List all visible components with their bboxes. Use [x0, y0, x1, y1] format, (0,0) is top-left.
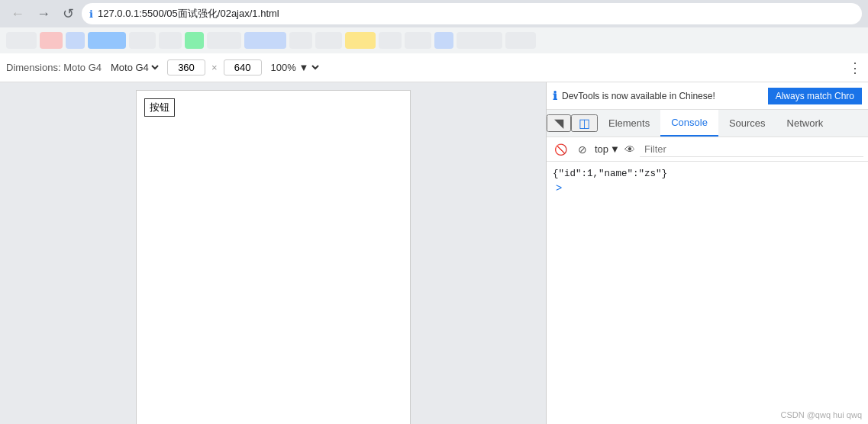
browser-window: ← → ↺ ℹ 127.0.0.1:5500/05面试强化/02ajax/1.h… [0, 0, 868, 424]
console-line: {"id":1,"name":"zs"} [553, 166, 862, 181]
width-input[interactable] [167, 59, 205, 75]
tab-console[interactable]: Console [660, 110, 718, 137]
secure-icon: ℹ [89, 8, 93, 20]
watermark: CSDN @qwq hui qwq [780, 410, 862, 419]
tab-network[interactable]: Network [776, 110, 834, 137]
filter-input[interactable] [640, 142, 863, 157]
inspect-icon[interactable]: ◥ [547, 114, 571, 132]
back-button[interactable]: ← [6, 3, 29, 25]
tab-sources[interactable]: Sources [718, 110, 776, 137]
clear-console-button[interactable]: 🚫 [551, 142, 570, 157]
address-bar[interactable]: ℹ 127.0.0.1:5500/05面试强化/02ajax/1.html [82, 3, 862, 24]
expand-object-button[interactable]: > [553, 181, 862, 194]
tab-bar: ← → ↺ ℹ 127.0.0.1:5500/05面试强化/02ajax/1.h… [0, 0, 868, 27]
context-label: top [595, 143, 608, 155]
main-layout: 按钮 ℹ DevTools is now available in Chines… [0, 82, 868, 424]
bookmark-item[interactable] [379, 32, 402, 49]
device-toggle-icon[interactable]: ◫ [571, 114, 598, 132]
bookmark-item[interactable] [457, 32, 502, 49]
eye-button[interactable]: 👁 [624, 143, 635, 156]
bookmark-item[interactable] [505, 32, 536, 49]
forward-button[interactable]: → [32, 3, 55, 25]
bookmark-item[interactable] [207, 32, 241, 49]
devtools-tabs: ◥ ◫ Elements Console Sources Network [547, 110, 868, 137]
notification-text: DevTools is now available in Chinese! [562, 91, 763, 101]
always-match-button[interactable]: Always match Chro [768, 88, 862, 104]
bookmark-item[interactable] [129, 32, 156, 49]
zoom-select[interactable]: 100% ▼ [268, 61, 321, 74]
bookmark-item[interactable] [6, 32, 37, 49]
info-icon: ℹ [553, 89, 557, 103]
bookmark-item[interactable] [244, 32, 286, 49]
page-button[interactable]: 按钮 [144, 98, 175, 117]
bookmark-item[interactable] [405, 32, 431, 49]
bookmark-item[interactable] [289, 32, 312, 49]
more-options-button[interactable]: ⋮ [848, 59, 862, 76]
bookmark-item[interactable] [66, 32, 85, 49]
bookmarks-bar [0, 27, 868, 53]
bookmark-item[interactable] [159, 32, 182, 49]
bookmark-item[interactable] [185, 32, 204, 49]
bookmark-item[interactable] [315, 32, 342, 49]
device-select[interactable]: Moto G4 [108, 61, 161, 74]
tab-elements[interactable]: Elements [598, 110, 660, 137]
context-arrow: ▼ [610, 143, 620, 155]
page-viewport: 按钮 [0, 82, 546, 424]
address-text: 127.0.0.1:5500/05面试强化/02ajax/1.html [98, 7, 854, 21]
bookmark-item[interactable] [40, 32, 63, 49]
mobile-frame: 按钮 [136, 90, 411, 424]
no-errors-button[interactable]: ⊘ [575, 142, 590, 157]
console-output: {"id":1,"name":"zs"} > [547, 162, 868, 424]
devtools-panel: ℹ DevTools is now available in Chinese! … [546, 82, 868, 424]
devtools-notification-bar: ℹ DevTools is now available in Chinese! … [547, 82, 868, 110]
reload-button[interactable]: ↺ [58, 2, 79, 25]
context-selector[interactable]: top ▼ [595, 143, 620, 155]
size-separator: × [211, 62, 218, 73]
bookmark-item[interactable] [345, 32, 376, 49]
height-input[interactable] [224, 59, 262, 75]
bookmark-item[interactable] [434, 32, 453, 49]
devtools-console-toolbar: 🚫 ⊘ top ▼ 👁 [547, 137, 868, 162]
bookmark-item[interactable] [88, 32, 126, 49]
responsive-toolbar: Dimensions: Moto G4 Moto G4 × 100% ▼ ⋮ [0, 53, 868, 82]
dimensions-label: Dimensions: Moto G4 [6, 62, 102, 73]
